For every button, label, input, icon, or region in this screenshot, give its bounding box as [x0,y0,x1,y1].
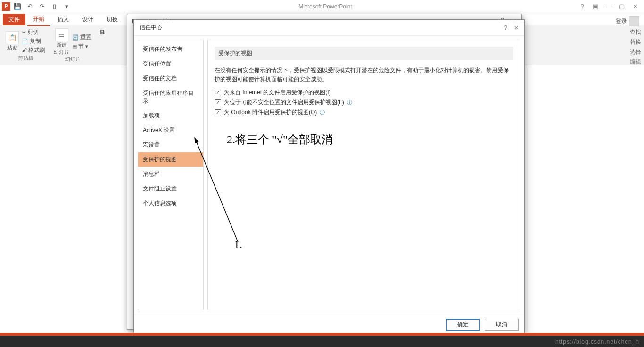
tab-design[interactable]: 设计 [76,14,99,25]
sidebar-item-activex[interactable]: ActiveX 设置 [138,123,203,138]
sidebar-item-macro[interactable]: 宏设置 [138,138,203,152]
quick-access-toolbar: P 💾 ↶ ↷ ▯ ▾ [0,1,74,12]
checkbox-label-unsafe: 为位于可能不安全位置的文件启用受保护视图(L) [224,99,344,107]
close-icon[interactable]: ✕ [630,3,640,10]
paste-icon[interactable]: 📋 [6,31,19,44]
tab-transitions[interactable]: 切换 [101,14,124,25]
login-area[interactable]: 登录 [616,16,639,26]
find-button[interactable]: 查找 [630,28,641,36]
group-font: B [98,27,107,63]
qat-dropdown-icon[interactable]: ▾ [61,1,72,12]
app-title: Microsoft PowerPoint [74,3,577,10]
checkbox-row-unsafe: ✓ 为位于可能不安全位置的文件启用受保护视图(L) ⓘ [215,99,513,107]
window-controls: ? ▣ — ▢ ✕ [577,3,644,10]
checkbox-outlook[interactable]: ✓ [215,109,221,116]
dialog-close-icon[interactable]: ✕ [514,25,519,31]
bold-button[interactable]: B [100,28,105,36]
dialog-title: 信任中心 [140,24,162,32]
section-description: 在没有任何安全提示的情况下，受保护视图以受限模式打开潜在的危险文件，有助于最小化… [215,66,513,84]
dialog-help-icon[interactable]: ? [504,25,507,31]
format-painter-button[interactable]: 🖌 格式刷 [22,46,45,54]
powerpoint-app-icon: P [2,2,10,11]
group-editing: 查找 替换 选择 编辑 [630,28,644,66]
start-from-beginning-icon[interactable]: ▯ [49,1,59,12]
sidebar-item-trusted-publishers[interactable]: 受信任的发布者 [138,42,203,57]
minimize-icon[interactable]: — [603,3,614,10]
info-icon[interactable]: ⓘ [347,99,352,106]
sidebar-item-protected-view[interactable]: 受保护的视图 [138,152,203,167]
content-pane: 受保护的视图 在没有任何安全提示的情况下，受保护视图以受限模式打开潜在的危险文件… [207,40,520,310]
group-clipboard-label: 剪贴板 [18,55,33,62]
page-footer: https://blog.csdn.net/chen_h [0,336,644,347]
ok-button[interactable]: 确定 [446,319,480,331]
cancel-button[interactable]: 取消 [485,319,519,331]
trust-center-sidebar: 受信任的发布者 受信任位置 受信任的文档 受信任的应用程序目录 加载项 Acti… [138,40,204,310]
help-icon[interactable]: ? [577,3,587,10]
sidebar-item-privacy[interactable]: 个人信息选项 [138,196,203,211]
dialog-titlebar: 信任中心 ? ✕ [134,20,524,36]
undo-icon[interactable]: ↶ [25,1,35,12]
login-label: 登录 [616,17,627,25]
checkbox-label-internet: 为来自 Internet 的文件启用受保护的视图(I) [224,89,331,97]
watermark-text: https://blog.csdn.net/chen_h [555,339,639,345]
title-bar: P 💾 ↶ ↷ ▯ ▾ Microsoft PowerPoint ? ▣ — ▢… [0,0,644,13]
tab-home[interactable]: 开始 [27,13,50,26]
group-slides: ▭ 新建 幻灯片 🔄 重置 ▤ 节 ▾ 幻灯片 [52,27,93,63]
group-slides-label: 幻灯片 [65,56,81,63]
select-button[interactable]: 选择 [630,48,641,56]
replace-button[interactable]: 替换 [630,38,641,46]
tab-file[interactable]: 文件 [3,14,25,25]
sidebar-item-trusted-app-catalogs[interactable]: 受信任的应用程序目录 [138,86,203,108]
sidebar-item-message-bar[interactable]: 消息栏 [138,167,203,182]
sidebar-item-trusted-locations[interactable]: 受信任位置 [138,57,203,71]
group-clipboard: 📋 粘贴 ✂ 剪切 📄 复制 🖌 格式刷 剪贴板 [4,27,47,63]
paste-label: 粘贴 [7,44,17,51]
new-slide-label: 新建 幻灯片 [54,41,69,56]
reset-button[interactable]: 🔄 重置 [72,33,91,41]
annotation-2: 2.将三个 "√"全部取消 [227,132,333,147]
tab-insert[interactable]: 插入 [52,14,74,25]
checkbox-internet[interactable]: ✓ [215,90,221,96]
trust-center-dialog: 信任中心 ? ✕ 受信任的发布者 受信任位置 受信任的文档 受信任的应用程序目录… [133,19,525,335]
section-heading: 受保护的视图 [215,47,513,60]
sidebar-item-trusted-documents[interactable]: 受信任的文档 [138,71,203,86]
copy-button[interactable]: 📄 复制 [22,37,45,45]
group-editing-label: 编辑 [630,58,641,66]
new-slide-icon[interactable]: ▭ [55,28,68,41]
checkbox-row-internet: ✓ 为来自 Internet 的文件启用受保护的视图(I) [215,89,513,97]
save-icon[interactable]: 💾 [12,1,23,12]
checkbox-label-outlook: 为 Outlook 附件启用受保护的视图(O) [224,108,317,116]
sidebar-item-addins[interactable]: 加载项 [138,108,203,123]
cut-button[interactable]: ✂ 剪切 [22,28,45,36]
info-icon[interactable]: ⓘ [320,109,325,116]
maximize-icon[interactable]: ▢ [617,3,627,10]
dialog-footer: 确定 取消 [134,314,524,335]
avatar-icon [629,16,639,26]
dialog-body: 受信任的发布者 受信任位置 受信任的文档 受信任的应用程序目录 加载项 Acti… [134,36,524,314]
checkbox-row-outlook: ✓ 为 Outlook 附件启用受保护的视图(O) ⓘ [215,108,513,116]
annotation-1: 1. [234,238,242,251]
sidebar-item-file-block[interactable]: 文件阻止设置 [138,182,203,196]
redo-icon[interactable]: ↷ [37,1,47,12]
section-button[interactable]: ▤ 节 ▾ [72,42,91,50]
checkbox-unsafe-location[interactable]: ✓ [215,99,221,106]
ribbon-display-icon[interactable]: ▣ [590,3,601,10]
